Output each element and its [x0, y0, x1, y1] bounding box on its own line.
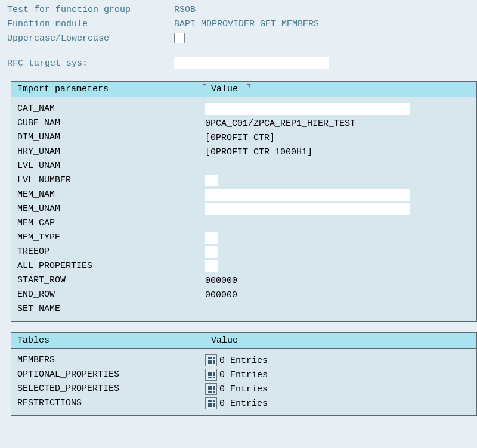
- table-value-selected_properties[interactable]: 0 Entries: [199, 382, 476, 396]
- cursor-right-mark: ⌝: [246, 82, 252, 94]
- tables-header-param[interactable]: Tables: [11, 333, 199, 348]
- param-input-mem_nam[interactable]: [205, 189, 410, 201]
- import-header-value-text: Value: [205, 84, 238, 94]
- tables-header-row: Tables Value: [11, 333, 476, 349]
- details-icon[interactable]: [205, 354, 217, 366]
- param-name-start_row: START_ROW: [17, 273, 193, 288]
- param-value-start_row[interactable]: 000000: [199, 273, 476, 288]
- param-name-dim_unam: DIM_UNAM: [17, 130, 193, 145]
- rfc-row: RFC target sys:: [7, 56, 470, 70]
- param-value-lvl_number[interactable]: [199, 173, 476, 188]
- param-text-hry_unam: [0PROFIT_CTR 1000H1]: [205, 147, 312, 157]
- details-icon[interactable]: [205, 369, 217, 381]
- table-entries-text: 0 Entries: [219, 356, 268, 366]
- import-body: CAT_NAMCUBE_NAMDIM_UNAMHRY_UNAMLVL_UNAML…: [11, 97, 476, 321]
- param-value-treeop[interactable]: [199, 245, 476, 259]
- tables-header-value-text: Value: [205, 335, 238, 346]
- import-header-value[interactable]: ⌜ Value ⌝: [199, 82, 476, 97]
- param-name-lvl_unam: LVL_UNAM: [17, 159, 193, 173]
- fn-module-value: BAPI_MDPROVIDER_GET_MEMBERS: [174, 19, 319, 29]
- fn-module-label: Function module: [7, 19, 174, 29]
- param-value-mem_nam[interactable]: [199, 188, 476, 202]
- table-value-optional_properties[interactable]: 0 Entries: [199, 368, 476, 382]
- param-name-treeop: TREEOP: [17, 245, 193, 259]
- table-name-restrictions: RESTRICTIONS: [17, 396, 193, 410]
- param-input-lvl_number[interactable]: [205, 175, 218, 186]
- table-name-members: MEMBERS: [17, 353, 193, 368]
- param-value-lvl_unam: [199, 159, 476, 173]
- details-icon[interactable]: [205, 383, 217, 395]
- param-name-mem_unam: MEM_UNAM: [17, 202, 193, 216]
- fn-module-row: Function module BAPI_MDPROVIDER_GET_MEMB…: [7, 17, 470, 31]
- tables-header-value[interactable]: Value: [199, 333, 476, 348]
- param-input-treeop[interactable]: [205, 246, 218, 258]
- fn-group-row: Test for function group RSOB: [7, 2, 470, 17]
- param-value-end_row[interactable]: 000000: [199, 288, 476, 302]
- param-text-end_row: 000000: [205, 290, 237, 300]
- param-input-cat_nam[interactable]: [205, 103, 410, 115]
- table-name-optional_properties: OPTIONAL_PROPERTIES: [17, 368, 193, 382]
- table-name-selected_properties: SELECTED_PROPERTIES: [17, 382, 193, 396]
- param-value-mem_unam[interactable]: [199, 202, 476, 216]
- param-input-mem_type[interactable]: [205, 232, 218, 244]
- details-icon[interactable]: [205, 397, 217, 409]
- import-header-row: Import parameters ⌜ Value ⌝: [11, 82, 476, 97]
- param-name-cat_nam: CAT_NAM: [17, 102, 193, 116]
- header-area: Test for function group RSOB Function mo…: [0, 0, 477, 81]
- table-entries-text: 0 Entries: [219, 399, 268, 409]
- import-header-param[interactable]: Import parameters: [11, 82, 199, 97]
- param-name-mem_type: MEM_TYPE: [17, 231, 193, 245]
- uppercase-checkbox[interactable]: [174, 33, 185, 43]
- param-text-cube_nam: 0PCA_C01/ZPCA_REP1_HIER_TEST: [205, 119, 355, 129]
- table-entries-text: 0 Entries: [219, 370, 268, 380]
- case-label: Uppercase/Lowercase: [7, 33, 174, 43]
- param-value-mem_type[interactable]: [199, 231, 476, 245]
- case-row: Uppercase/Lowercase: [7, 31, 470, 45]
- import-params-table: Import parameters ⌜ Value ⌝ CAT_NAMCUBE_…: [11, 81, 477, 322]
- param-name-end_row: END_ROW: [17, 288, 193, 302]
- table-value-members[interactable]: 0 Entries: [199, 353, 476, 368]
- fn-group-value: RSOB: [174, 5, 196, 15]
- param-text-start_row: 000000: [205, 276, 237, 286]
- cursor-left-mark: ⌜: [202, 82, 207, 94]
- rfc-target-input[interactable]: [174, 57, 329, 69]
- tables-body: MEMBERSOPTIONAL_PROPERTIESSELECTED_PROPE…: [11, 349, 476, 415]
- param-name-mem_nam: MEM_NAM: [17, 188, 193, 202]
- table-entries-text: 0 Entries: [219, 384, 268, 394]
- param-name-cube_nam: CUBE_NAM: [17, 116, 193, 130]
- param-input-mem_unam[interactable]: [205, 203, 410, 215]
- param-name-set_name: SET_NAME: [17, 302, 193, 316]
- param-value-dim_unam[interactable]: [0PROFIT_CTR]: [199, 130, 476, 145]
- param-name-all_properties: ALL_PROPERTIES: [17, 259, 193, 273]
- param-text-dim_unam: [0PROFIT_CTR]: [205, 133, 275, 143]
- fn-group-label: Test for function group: [7, 5, 174, 15]
- param-value-cube_nam[interactable]: 0PCA_C01/ZPCA_REP1_HIER_TEST: [199, 116, 476, 130]
- param-input-all_properties[interactable]: [205, 260, 218, 272]
- param-value-set_name: [199, 302, 476, 316]
- table-value-restrictions[interactable]: 0 Entries: [199, 396, 476, 410]
- rfc-label: RFC target sys:: [7, 58, 174, 69]
- param-value-mem_cap: [199, 216, 476, 231]
- tables-table: Tables Value MEMBERSOPTIONAL_PROPERTIESS…: [11, 332, 477, 416]
- param-value-cat_nam[interactable]: [199, 102, 476, 116]
- param-value-all_properties[interactable]: [199, 259, 476, 273]
- param-name-hry_unam: HRY_UNAM: [17, 145, 193, 159]
- param-name-mem_cap: MEM_CAP: [17, 216, 193, 231]
- param-name-lvl_number: LVL_NUMBER: [17, 173, 193, 188]
- param-value-hry_unam[interactable]: [0PROFIT_CTR 1000H1]: [199, 145, 476, 159]
